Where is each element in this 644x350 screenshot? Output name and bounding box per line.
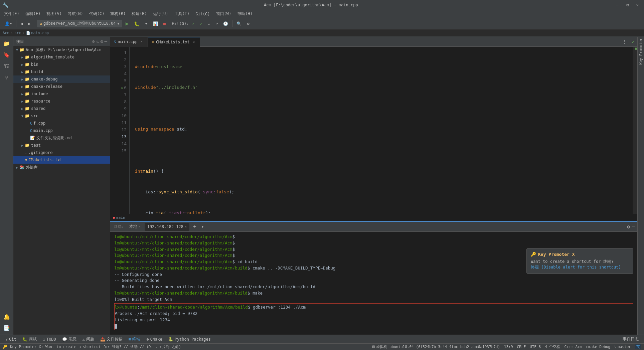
bookmarks-panel-icon[interactable]: 📑 bbox=[1, 323, 12, 333]
run-button[interactable]: ▶ bbox=[124, 19, 131, 28]
tree-item-maincpp[interactable]: C main.cpp bbox=[13, 127, 110, 134]
key-promoter-sidebar-label[interactable]: Key Promoter bbox=[639, 38, 643, 64]
git-update-button[interactable]: ↓ bbox=[206, 20, 212, 27]
git-push-button[interactable]: ✓ bbox=[198, 20, 204, 27]
status-vm-info[interactable]: 🖥 虚拟机_ubuntu18.04 (6f524b7b-3c44-4fbc-bd… bbox=[371, 344, 500, 349]
tree-item-cmakelists[interactable]: ⚙ CMakeLists.txt bbox=[13, 156, 110, 164]
tree-item-include[interactable]: ▶ 📁 include bbox=[13, 90, 110, 98]
tree-item-bin[interactable]: ▶ 📁 bin bbox=[13, 61, 110, 68]
structure-icon[interactable]: 🏗 bbox=[1, 61, 12, 71]
tree-item-acm[interactable]: ▼ 📁 Acm 源根: F:\coder\algorithm\Acm bbox=[13, 46, 110, 53]
tree-item-md[interactable]: 📝 文件夹功能说明.md bbox=[13, 134, 110, 142]
tree-item-src[interactable]: ▼ 📁 src bbox=[13, 112, 110, 120]
key-promoter-terminal-link[interactable]: 终端 bbox=[531, 265, 539, 270]
tool-todo[interactable]: ☑ TODO bbox=[40, 336, 59, 342]
tool-cmake[interactable]: ⚙ CMake bbox=[144, 336, 165, 342]
tree-item-build[interactable]: ▶ 📁 build bbox=[13, 68, 110, 75]
git-history-button[interactable]: 🕐 bbox=[221, 20, 230, 27]
tree-item-cmake-release[interactable]: ▶ 📁 cmake-release bbox=[13, 83, 110, 90]
tree-item-cmake-debug[interactable]: ▶ 📁 cmake-debug bbox=[13, 75, 110, 83]
tree-item-resource[interactable]: ▶ 📁 resource bbox=[13, 98, 110, 105]
tool-debug[interactable]: 🐛 调试 bbox=[20, 336, 39, 343]
status-language[interactable]: C++: Acm bbox=[564, 345, 582, 349]
tab-more-button[interactable]: ⋮ bbox=[620, 39, 629, 44]
tree-item-gitignore[interactable]: . .gitignore bbox=[13, 149, 110, 156]
terminal-tab-local-close[interactable]: ✕ bbox=[139, 225, 141, 228]
tab-cmakelists[interactable]: ⚙ CMakeLists.txt ✕ bbox=[148, 37, 200, 47]
menu-help[interactable]: 帮助(H) bbox=[234, 10, 255, 17]
notifications-icon[interactable]: 🔔 bbox=[1, 311, 12, 322]
menu-run[interactable]: 运行(U) bbox=[150, 10, 171, 17]
breadcrumb-acm[interactable]: Acm bbox=[3, 31, 9, 35]
terminal-tab-remote-close[interactable]: ✕ bbox=[185, 225, 187, 228]
sidebar-expand-button[interactable]: ⇅ bbox=[96, 39, 99, 44]
menu-code[interactable]: 代码(C) bbox=[87, 10, 107, 17]
menu-window[interactable]: 窗口(W) bbox=[213, 10, 234, 17]
toolbar-nav-back[interactable]: ◀ bbox=[18, 20, 25, 27]
tree-item-shared[interactable]: ▶ 📁 shared bbox=[13, 105, 110, 112]
code-content[interactable]: #include <iostream> #include "../include… bbox=[130, 47, 633, 214]
git-revert-button[interactable]: ↩ bbox=[213, 20, 220, 27]
bookmark-icon[interactable]: 🔖 bbox=[1, 49, 12, 60]
status-build-type[interactable]: cmake-Debug bbox=[586, 345, 610, 349]
key-promoter-disable[interactable]: (Disable alert for this shortcut) bbox=[541, 265, 621, 270]
debug-button[interactable]: 🐛 bbox=[132, 20, 142, 27]
window-controls[interactable]: ─ ⧉ ✕ bbox=[614, 3, 641, 7]
status-indent[interactable]: 4 个空格 bbox=[545, 344, 560, 349]
menu-tools[interactable]: 工具(T) bbox=[172, 10, 192, 17]
toolbar-back-button[interactable]: 👤▾ bbox=[3, 20, 14, 27]
tab-cmakelists-close[interactable]: ✕ bbox=[192, 40, 196, 44]
sidebar-locate-button[interactable]: ⊙ bbox=[92, 39, 95, 44]
breadcrumb-src[interactable]: src bbox=[14, 31, 21, 35]
settings-button[interactable]: ⚙ bbox=[245, 20, 251, 27]
tool-git[interactable]: ⑂ Git bbox=[3, 336, 19, 342]
stop-button[interactable]: ■ bbox=[161, 20, 168, 27]
tree-item-algorithm-template[interactable]: ▶ 📁 algorithm_template bbox=[13, 53, 110, 61]
tree-item-external-libs[interactable]: ▶ 📚 外部库 bbox=[13, 164, 110, 171]
terminal-settings-button[interactable]: ⚙ bbox=[627, 224, 630, 229]
tool-messages[interactable]: 💬 消息 bbox=[59, 336, 79, 343]
scrollbar-right[interactable] bbox=[633, 47, 637, 214]
minimize-button[interactable]: ─ bbox=[614, 3, 621, 7]
profile-button[interactable]: 📊 bbox=[151, 20, 160, 27]
code-editor[interactable]: 1 2 3 4 5 ▶6 7 8 9 10 11 12 13 14 15 #in… bbox=[110, 47, 637, 214]
terminal-dropdown-button[interactable]: ▾ bbox=[200, 224, 205, 229]
status-branch[interactable]: ⑂ master bbox=[614, 345, 631, 349]
status-encoding[interactable]: UTF-8 bbox=[530, 345, 541, 349]
tool-terminal[interactable]: ⊞ 终端 bbox=[126, 336, 143, 343]
status-line-ending[interactable]: CRLF bbox=[517, 345, 526, 349]
coverage-button[interactable]: ☂ bbox=[143, 20, 149, 27]
tree-item-test[interactable]: ▶ 📁 test bbox=[13, 142, 110, 149]
project-icon[interactable]: 📁 bbox=[1, 38, 12, 49]
terminal-tab-local[interactable]: 本地 ✕ bbox=[127, 223, 143, 231]
status-cursor[interactable]: 13:9 bbox=[504, 345, 513, 349]
tool-event-log[interactable]: 事件日志 bbox=[620, 336, 641, 343]
menu-edit[interactable]: 编辑(E) bbox=[23, 10, 43, 17]
status-ime[interactable]: 英 bbox=[635, 344, 641, 349]
menu-refactor[interactable]: 重构(R) bbox=[108, 10, 128, 17]
tool-problems[interactable]: ⚠ 问题 bbox=[80, 336, 97, 343]
tree-item-fcpp[interactable]: C f.cpp bbox=[13, 120, 110, 127]
restore-button[interactable]: ⧉ bbox=[623, 3, 632, 7]
sidebar-minimize-button[interactable]: ─ bbox=[105, 39, 107, 44]
tab-maincpp-close[interactable]: ✕ bbox=[140, 39, 144, 44]
new-terminal-button[interactable]: ＋ bbox=[191, 223, 199, 230]
menu-build[interactable]: 构建(B) bbox=[129, 10, 150, 17]
menu-view[interactable]: 视图(V) bbox=[44, 10, 64, 17]
tool-python[interactable]: 🐍 Python Packages bbox=[166, 336, 213, 342]
terminal-tab-remote[interactable]: 192.168.182.128 ✕ bbox=[145, 223, 189, 231]
tool-file-transfer[interactable]: 📤 文件传输 bbox=[98, 336, 125, 343]
vcs-icon[interactable]: ⑂ bbox=[1, 72, 12, 83]
toolbar-nav-forward[interactable]: ▶ bbox=[26, 20, 32, 27]
tab-maincpp[interactable]: C main.cpp ✕ bbox=[110, 37, 148, 47]
search-everywhere-button[interactable]: 🔍 bbox=[234, 20, 244, 27]
terminal-content[interactable]: lx@ubuntu:/mnt/clion-shared/coder/algori… bbox=[110, 232, 637, 335]
terminal-minimize-button[interactable]: ─ bbox=[632, 224, 635, 229]
menu-file[interactable]: 文件(F) bbox=[1, 10, 22, 17]
menu-navigate[interactable]: 导航(N) bbox=[65, 10, 86, 17]
close-button[interactable]: ✕ bbox=[634, 3, 641, 7]
run-configuration-selector[interactable]: ⚙ gdbserver_Acm_虚拟机Ubuntu18.04 ▾ bbox=[37, 20, 122, 27]
git-commit-button[interactable]: ✓ bbox=[190, 20, 196, 27]
menu-git[interactable]: Git(G) bbox=[193, 11, 212, 17]
sidebar-settings-button[interactable]: ⚙ bbox=[100, 39, 103, 44]
